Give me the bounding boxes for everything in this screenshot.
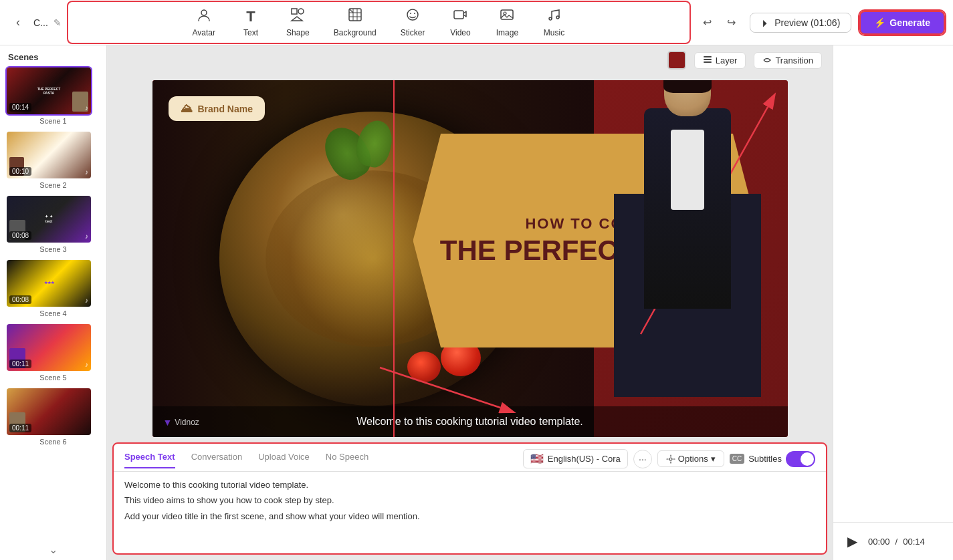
scene-1-label: Scene 1 (5, 117, 101, 125)
scene-1-duration: 00:14 (9, 103, 31, 112)
scene-5-label: Scene 5 (5, 374, 101, 382)
transition-label: Transition (775, 55, 813, 65)
options-button[interactable]: Options ▾ (657, 450, 724, 467)
svg-point-15 (504, 12, 506, 15)
scene-item-3[interactable]: ✦ ✦text 00:08 ♪ Scene 3 (5, 194, 101, 253)
background-label: Background (334, 28, 377, 37)
tool-sticker[interactable]: Sticker (389, 5, 437, 40)
scene-thumb-5[interactable]: 00:11 ♪ (5, 323, 92, 372)
svg-point-11 (410, 13, 411, 14)
subtitles-toggle: CC Subtitles (730, 451, 815, 467)
svg-rect-1 (292, 9, 297, 14)
svg-rect-13 (454, 11, 463, 19)
scene-thumb-6[interactable]: 00:11 (5, 387, 92, 436)
svg-rect-20 (704, 56, 712, 57)
scene-thumb-1[interactable]: THE PERFECTPASTA 00:14 ♪ (5, 66, 92, 116)
tool-image[interactable]: Image (484, 5, 530, 40)
video-canvas[interactable]: ⛰ Brand Name HOW TO COOK THE PERFECT PAS… (152, 80, 788, 437)
tool-avatar[interactable]: Avatar (181, 5, 227, 40)
edit-project-name-icon[interactable]: ✎ (54, 17, 62, 28)
tab-conversation[interactable]: Conversation (191, 452, 243, 468)
tool-text[interactable]: T Text (227, 5, 274, 40)
scene-5-music-icon: ♪ (85, 361, 88, 368)
speech-inline-controls: 🇺🇸 English(US) - Cora ··· Options ▾ CC (523, 449, 815, 468)
toolbar-left: ‹ C... ✎ (8, 13, 62, 33)
tool-video[interactable]: Video (437, 5, 484, 40)
scene-thumb-2[interactable]: 00:10 ♪ (5, 130, 92, 180)
image-icon (500, 7, 514, 25)
play-button[interactable]: ▶ (841, 531, 863, 552)
scene-item-4[interactable]: ★★★ 00:08 ♪ Scene 4 (5, 259, 101, 317)
brand-badge[interactable]: ⛰ Brand Name (169, 96, 265, 121)
tool-shape[interactable]: Shape (274, 5, 322, 40)
tab-speech-text[interactable]: Speech Text (124, 452, 175, 468)
generate-label: Generate (889, 17, 930, 28)
background-icon (348, 7, 362, 25)
text-icon: T (246, 8, 255, 25)
language-selector[interactable]: 🇺🇸 English(US) - Cora (523, 449, 628, 468)
main-content: Scenes THE PERFECTPASTA 00:14 ♪ Scene 1 (0, 45, 953, 560)
canvas-wrapper: ⛰ Brand Name HOW TO COOK THE PERFECT PAS… (107, 75, 833, 442)
scenes-title: Scenes (0, 45, 106, 66)
scene-4-music-icon: ♪ (85, 297, 88, 304)
tool-background[interactable]: Background (322, 5, 389, 40)
speech-panel: Speech Text Conversation Upload Voice No… (112, 442, 827, 555)
generate-button[interactable]: ⚡ Generate (859, 11, 945, 35)
tool-music[interactable]: Music (530, 5, 577, 40)
preview-button[interactable]: ⏵ Preview (01:06) (750, 13, 851, 33)
subtitles-toggle-switch[interactable] (786, 451, 815, 467)
scene-item-1[interactable]: THE PERFECTPASTA 00:14 ♪ Scene 1 (5, 66, 101, 125)
scene-4-label: Scene 4 (5, 309, 101, 317)
speech-line-1: Welcome to this cooking tutorial video t… (124, 477, 815, 493)
svg-point-17 (556, 16, 559, 19)
options-icon (666, 454, 675, 464)
undo-redo-group: ↩ ↪ (696, 12, 742, 33)
preview-play-icon: ⏵ (761, 17, 770, 28)
scroll-down-button[interactable]: ⌄ (0, 539, 106, 560)
tab-upload-voice[interactable]: Upload Voice (258, 452, 310, 468)
time-total: 00:14 (903, 537, 925, 547)
svg-line-9 (349, 9, 353, 13)
watermark-icon: ▼ (163, 417, 173, 428)
scene-3-duration: 00:08 (9, 231, 31, 240)
scene-1-music-icon: ♪ (85, 104, 88, 112)
shape-icon (290, 7, 305, 25)
main-toolbar: ‹ C... ✎ Avatar T Text (0, 0, 953, 45)
canvas-area: Layer Transition (107, 45, 833, 560)
video-label: Video (450, 28, 470, 37)
subtitle-bar: Welcome to this cooking tutorial video t… (152, 406, 788, 437)
speech-text-content[interactable]: Welcome to this cooking tutorial video t… (114, 472, 826, 553)
scene-item-6[interactable]: 00:11 Scene 6 (5, 387, 101, 446)
back-button[interactable]: ‹ (8, 13, 28, 33)
color-swatch[interactable] (667, 51, 686, 69)
tab-no-speech[interactable]: No Speech (326, 452, 368, 468)
subtitle-text: Welcome to this cooking tutorial video t… (356, 416, 583, 427)
preview-label: Preview (01:06) (774, 17, 840, 28)
avatar-figure[interactable] (614, 143, 761, 397)
svg-rect-18 (704, 59, 712, 60)
more-options-button[interactable]: ··· (633, 450, 652, 468)
transition-icon (762, 55, 772, 65)
scene-6-label: Scene 6 (5, 438, 101, 446)
music-icon (546, 7, 561, 25)
scene-item-5[interactable]: 00:11 ♪ Scene 5 (5, 323, 101, 382)
undo-button[interactable]: ↩ (696, 12, 718, 33)
watermark-text: Vidnoz (175, 418, 199, 427)
toolbar-right: ↩ ↪ ⏵ Preview (01:06) ⚡ Generate (696, 11, 945, 35)
svg-point-24 (669, 458, 672, 460)
scene-item-2[interactable]: 00:10 ♪ Scene 2 (5, 130, 101, 189)
scene-3-label: Scene 3 (5, 245, 101, 253)
flag-icon: 🇺🇸 (530, 452, 544, 465)
scene-thumb-3[interactable]: ✦ ✦text 00:08 ♪ (5, 194, 92, 244)
transition-button[interactable]: Transition (754, 52, 822, 69)
layer-label: Layer (716, 55, 738, 65)
scene-5-duration: 00:11 (9, 360, 31, 368)
svg-marker-3 (292, 17, 302, 21)
layer-button[interactable]: Layer (694, 52, 746, 69)
redo-button[interactable]: ↪ (720, 12, 742, 33)
svg-rect-19 (704, 61, 712, 63)
scene-thumb-4[interactable]: ★★★ 00:08 ♪ (5, 259, 92, 308)
scene-4-duration: 00:08 (9, 295, 31, 304)
project-name: C... (33, 17, 48, 28)
brand-name: Brand Name (198, 104, 253, 114)
